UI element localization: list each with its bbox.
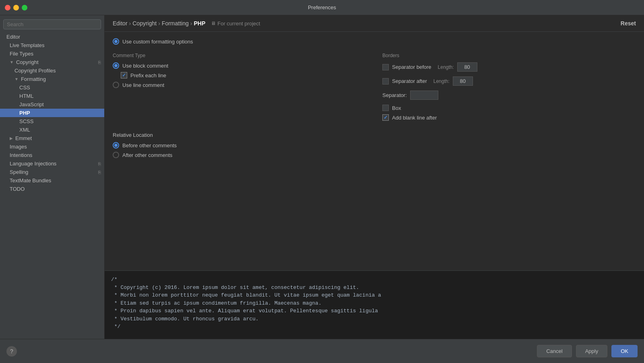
borders-label: Borders <box>382 53 636 58</box>
maximize-button[interactable] <box>22 5 27 10</box>
title-bar: Preferences <box>0 0 644 15</box>
separator-char-row: Separator: <box>382 91 636 100</box>
minimize-button[interactable] <box>13 5 19 10</box>
use-custom-row: Use custom formatting options <box>113 38 636 45</box>
sidebar-item-label: Language Injections <box>10 161 56 167</box>
search-input[interactable] <box>3 19 101 29</box>
sidebar-item-label: PHP <box>19 110 30 116</box>
apply-button[interactable]: Apply <box>576 345 608 357</box>
separator-char-label: Separator: <box>382 92 407 98</box>
breadcrumb-php: PHP <box>194 20 205 27</box>
sidebar-item-formatting[interactable]: ▼Formatting <box>0 75 104 83</box>
sidebar-item-textmate-bundles[interactable]: TextMate Bundles <box>0 176 104 185</box>
before-other-label: Before other comments <box>122 142 177 148</box>
separator-char-input[interactable] <box>410 91 438 100</box>
borders-col: Borders Separator before Length: Separat… <box>382 53 636 124</box>
main-content: EditorLive TemplatesFile Types▼Copyright… <box>0 15 644 339</box>
copy-icon: ⎘ <box>98 161 101 166</box>
project-icon: 🖥 <box>211 21 216 26</box>
before-other-radio[interactable] <box>113 142 119 148</box>
comment-type-col: Comment Type Use block comment Prefix ea… <box>113 53 366 124</box>
separator-before-label: Separator before <box>392 64 431 70</box>
use-line-comment-label: Use line comment <box>122 82 164 88</box>
sidebar-item-language-injections[interactable]: Language Injections⎘ <box>0 159 104 168</box>
sidebar-item-label: Intentions <box>10 152 32 158</box>
help-button[interactable]: ? <box>6 346 17 357</box>
separator-after-label: Separator after <box>392 78 427 84</box>
use-block-comment-label: Use block comment <box>122 63 168 69</box>
after-other-label: After other comments <box>122 152 172 158</box>
sidebar-item-todo[interactable]: TODO <box>0 185 104 193</box>
copy-icon: ⎘ <box>98 170 101 175</box>
sidebar-item-copyright-profiles[interactable]: Copyright Profiles <box>0 66 104 75</box>
sidebar-item-file-types[interactable]: File Types <box>0 50 104 58</box>
sidebar-item-label: Live Templates <box>10 42 44 48</box>
ok-button[interactable]: OK <box>611 345 638 357</box>
use-line-comment-radio[interactable] <box>113 82 119 88</box>
relative-location-area: Relative Location Before other comments … <box>113 132 636 158</box>
sidebar-item-label: CSS <box>19 85 30 91</box>
breadcrumb-project: For current project <box>217 21 260 27</box>
sidebar-item-xml[interactable]: XML <box>0 126 104 134</box>
sidebar-item-images[interactable]: Images <box>0 142 104 151</box>
sidebar-item-live-templates[interactable]: Live Templates <box>0 41 104 50</box>
window-controls <box>5 5 27 10</box>
preview-area: /* * Copyright (c) 2016. Lorem ipsum dol… <box>105 270 644 339</box>
breadcrumb: Editor › Copyright › Formatting › PHP 🖥 … <box>113 20 260 27</box>
breadcrumb-editor: Editor <box>113 20 128 27</box>
separator-after-length-input[interactable] <box>453 76 473 86</box>
content-panel: Editor › Copyright › Formatting › PHP 🖥 … <box>105 15 644 339</box>
separator-before-checkbox[interactable] <box>382 64 389 70</box>
reset-button[interactable]: Reset <box>621 20 636 27</box>
sidebar-item-html[interactable]: HTML <box>0 92 104 100</box>
prefix-each-line-row: Prefix each line <box>113 72 366 78</box>
box-row: Box <box>382 105 636 111</box>
sidebar-item-label: JavaScript <box>19 101 44 107</box>
settings-area: Use custom formatting options Comment Ty… <box>105 32 644 270</box>
add-blank-row: Add blank line after <box>382 114 636 121</box>
add-blank-label: Add blank line after <box>392 115 437 121</box>
sidebar-item-label: TODO <box>10 186 25 192</box>
sidebar-item-label: Emmet <box>15 135 32 141</box>
separator-after-checkbox[interactable] <box>382 78 389 85</box>
sidebar-item-label: SCSS <box>19 118 33 124</box>
after-other-row: After other comments <box>113 152 636 158</box>
sidebar-item-label: XML <box>19 127 30 133</box>
sidebar-item-scss[interactable]: SCSS <box>0 117 104 126</box>
sidebar-item-intentions[interactable]: Intentions <box>0 151 104 159</box>
sidebar-item-copyright[interactable]: ▼Copyright⎘ <box>0 58 104 66</box>
separator-after-row: Separator after Length: <box>382 76 636 86</box>
sidebar-item-emmet[interactable]: ▶Emmet <box>0 134 104 142</box>
sidebar-item-label: Copyright <box>16 59 39 65</box>
sidebar-item-javascript[interactable]: JavaScript <box>0 100 104 109</box>
separator-before-length-label: Length: <box>438 64 454 70</box>
cancel-button[interactable]: Cancel <box>537 345 572 357</box>
use-custom-radio[interactable] <box>113 38 119 45</box>
box-label: Box <box>392 105 401 111</box>
bottom-bar: ? Cancel Apply OK <box>0 339 644 363</box>
after-other-radio[interactable] <box>113 152 119 158</box>
prefix-each-line-checkbox[interactable] <box>121 72 127 78</box>
sidebar-item-label: Copyright Profiles <box>14 68 56 74</box>
sidebar-item-css[interactable]: CSS <box>0 83 104 92</box>
comment-type-label: Comment Type <box>113 53 366 58</box>
sidebar-item-label: Editor <box>6 34 20 40</box>
breadcrumb-bar: Editor › Copyright › Formatting › PHP 🖥 … <box>105 15 644 32</box>
bottom-left: ? <box>6 346 17 357</box>
sidebar-items-list: EditorLive TemplatesFile Types▼Copyright… <box>0 33 104 193</box>
separator-before-length-input[interactable] <box>457 62 477 72</box>
box-checkbox[interactable] <box>382 105 389 111</box>
breadcrumb-sep2: › <box>158 20 160 27</box>
sidebar-item-spelling[interactable]: Spelling⎘ <box>0 168 104 176</box>
use-block-comment-radio[interactable] <box>113 62 119 69</box>
two-col-layout: Comment Type Use block comment Prefix ea… <box>113 53 636 124</box>
use-line-comment-row: Use line comment <box>113 82 366 88</box>
breadcrumb-sep3: › <box>190 20 192 27</box>
breadcrumb-copyright: Copyright <box>132 20 157 27</box>
sidebar-item-php[interactable]: PHP <box>0 109 104 117</box>
relative-location-title: Relative Location <box>113 132 636 138</box>
add-blank-checkbox[interactable] <box>382 114 389 121</box>
close-button[interactable] <box>5 5 10 10</box>
sidebar-item-label: File Types <box>10 51 33 57</box>
sidebar-item-editor[interactable]: Editor <box>0 33 104 41</box>
